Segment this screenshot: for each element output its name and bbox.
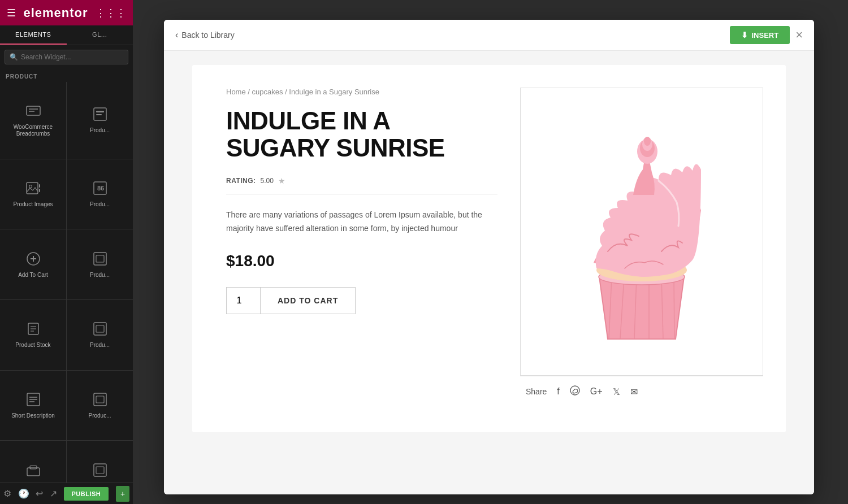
search-icon: 🔍 <box>10 53 18 61</box>
product-left: Home / cupcakes / Indulge in a Sugary Su… <box>226 88 520 410</box>
product-images-icon <box>25 180 41 198</box>
widget-product-images[interactable]: Product Images <box>0 159 66 229</box>
share-label: Share <box>526 387 547 396</box>
sidebar: ☰ elementor ⋮⋮⋮ ELEMENTS GL... 🔍 PRODUCT… <box>0 0 133 504</box>
elementor-logo: elementor <box>23 6 88 20</box>
svg-rect-7 <box>39 184 40 188</box>
modal-actions: ⬇ INSERT × <box>730 26 803 44</box>
search-box[interactable]: 🔍 <box>5 50 128 64</box>
widget-label: Short Description <box>11 412 55 419</box>
publish-button[interactable]: PUBLISH <box>64 487 109 501</box>
sidebar-topbar: ☰ elementor ⋮⋮⋮ <box>0 0 133 25</box>
widget-product-2[interactable]: 86 Produ... <box>67 159 133 229</box>
twitter-icon[interactable]: 𝕏 <box>613 386 620 397</box>
widget-label: Produ... <box>90 201 110 208</box>
widget-woocommerce-breadcrumbs[interactable]: WooCommerce Breadcrumbs <box>0 82 66 159</box>
svg-rect-30 <box>30 466 37 469</box>
svg-line-38 <box>674 277 674 339</box>
svg-rect-28 <box>96 396 104 403</box>
svg-rect-31 <box>94 464 106 476</box>
modal-header: ‹ Back to Library ⬇ INSERT × <box>164 20 814 51</box>
svg-rect-21 <box>94 323 106 335</box>
widget-product-4[interactable]: Produ... <box>67 300 133 370</box>
preview-icon[interactable]: ↗ <box>50 488 57 499</box>
widget-product-5[interactable]: Produc... <box>67 371 133 441</box>
product7-icon <box>92 462 108 480</box>
history-icon[interactable]: 🕐 <box>18 488 29 499</box>
svg-rect-0 <box>27 106 40 115</box>
star-icon: ★ <box>278 176 285 185</box>
rating-value: 5.00 <box>261 177 274 185</box>
product2-icon: 86 <box>92 180 108 198</box>
back-to-library-button[interactable]: ‹ Back to Library <box>175 30 235 40</box>
svg-rect-22 <box>96 325 104 332</box>
back-to-library-label: Back to Library <box>181 31 234 40</box>
email-icon[interactable]: ✉ <box>630 386 638 397</box>
product5-icon <box>92 392 108 410</box>
share-row: Share f G+ 𝕏 ✉ <box>520 376 763 398</box>
widget-label: Product Stock <box>15 342 50 349</box>
svg-rect-15 <box>94 253 106 265</box>
svg-rect-4 <box>96 111 104 112</box>
svg-rect-8 <box>39 189 40 192</box>
modal-overlay: ‹ Back to Library ⬇ INSERT × Home / cupc… <box>130 20 848 504</box>
svg-rect-16 <box>96 255 104 262</box>
tab-elements[interactable]: ELEMENTS <box>0 25 67 45</box>
product-card: Home / cupcakes / Indulge in a Sugary Su… <box>192 65 786 432</box>
svg-point-45 <box>570 386 579 395</box>
whatsapp-icon[interactable] <box>570 385 580 398</box>
back-arrow-icon: ‹ <box>175 30 178 40</box>
sidebar-tabs: ELEMENTS GL... <box>0 25 133 45</box>
product-stock-icon <box>25 321 41 339</box>
widget-product-stock[interactable]: Product Stock <box>0 300 66 370</box>
close-modal-button[interactable]: × <box>795 29 803 41</box>
breadcrumb: Home / cupcakes / Indulge in a Sugary Su… <box>226 88 497 96</box>
grid-icon[interactable]: ⋮⋮⋮ <box>96 7 126 19</box>
facebook-icon[interactable]: f <box>557 386 559 397</box>
widget-label: Product Images <box>13 201 53 208</box>
undo-icon[interactable]: ↩ <box>36 488 43 499</box>
product-title: INDULGE IN A SUGARY SUNRISE <box>226 107 497 162</box>
product-rating: RATING: 5.00 ★ <box>226 176 497 194</box>
svg-text:86: 86 <box>97 185 104 192</box>
product-right: Share f G+ 𝕏 ✉ <box>520 88 763 410</box>
widget-add-to-cart[interactable]: Add To Cart <box>0 229 66 299</box>
product-description: There are many variations of passages of… <box>226 208 497 236</box>
settings-icon[interactable]: ⚙ <box>3 488 11 499</box>
insert-button[interactable]: ⬇ INSERT <box>730 26 790 44</box>
widget-label: Produ... <box>90 342 110 349</box>
widget-label: Produc... <box>88 412 111 419</box>
widget-label: WooCommerce Breadcrumbs <box>4 124 62 137</box>
insert-label: INSERT <box>751 31 778 40</box>
product4-icon <box>92 321 108 339</box>
widget-product-3[interactable]: Produ... <box>67 229 133 299</box>
widget-label: Produ... <box>90 127 110 134</box>
add-to-cart-button[interactable]: ADD TO CART <box>260 287 356 314</box>
preview-modal: ‹ Back to Library ⬇ INSERT × Home / cupc… <box>164 20 814 494</box>
add-to-cart-icon <box>25 251 41 269</box>
breadcrumbs-icon <box>25 103 41 121</box>
insert-icon: ⬇ <box>741 31 748 40</box>
googleplus-icon[interactable]: G+ <box>590 386 603 397</box>
widget-short-description[interactable]: Short Description <box>0 371 66 441</box>
widgets-grid: WooCommerce Breadcrumbs Produ... <box>0 82 133 504</box>
search-input[interactable] <box>21 53 123 61</box>
modal-body: Home / cupcakes / Indulge in a Sugary Su… <box>164 51 814 494</box>
hamburger-icon[interactable]: ☰ <box>7 7 16 19</box>
quantity-input[interactable] <box>226 287 260 314</box>
add-to-cart-row: ADD TO CART <box>226 287 497 314</box>
widget-product-1[interactable]: Produ... <box>67 82 133 159</box>
widget-label: Produ... <box>90 272 110 279</box>
section-label: PRODUCT <box>0 69 133 82</box>
product-price: $18.00 <box>226 252 497 270</box>
product6-icon <box>25 462 41 480</box>
svg-point-44 <box>644 137 651 146</box>
tab-global[interactable]: GL... <box>67 25 133 45</box>
svg-rect-32 <box>96 467 104 473</box>
product3-icon <box>92 251 108 269</box>
publish-plus-button[interactable]: + <box>116 486 129 502</box>
svg-rect-27 <box>94 393 106 406</box>
cupcake-illustration <box>534 102 749 362</box>
product-image <box>520 88 763 376</box>
widget-label: Add To Cart <box>18 272 48 279</box>
